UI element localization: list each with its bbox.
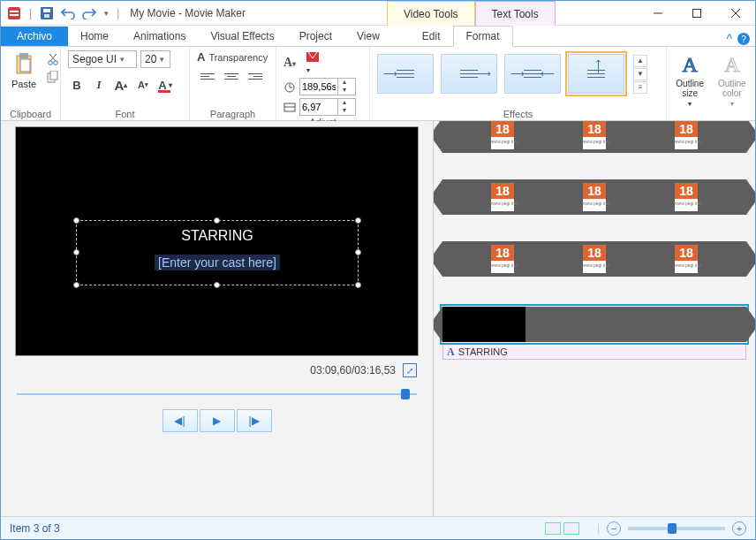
text-selection-box[interactable]: STARRING [Enter your cast here] [76, 220, 359, 285]
effect-option-4-selected[interactable]: ⟶ [568, 54, 624, 94]
context-tab-video-tools[interactable]: Video Tools [387, 1, 475, 26]
status-item-count: Item 3 of 3 [10, 522, 60, 535]
effects-scroll-up-icon[interactable]: ▲ [633, 55, 647, 67]
window-title: My Movie - Movie Maker [126, 7, 246, 19]
paste-label: Paste [11, 79, 36, 89]
start-time-icon [284, 80, 296, 93]
context-tab-text-tools[interactable]: Text Tools [475, 1, 556, 26]
tab-animations[interactable]: Animations [121, 27, 198, 46]
play-button[interactable]: ▶ [200, 409, 235, 432]
redo-icon[interactable] [79, 4, 99, 23]
tab-file[interactable]: Archivo [1, 27, 68, 46]
font-family-combo[interactable]: Segoe UI▾ [68, 50, 137, 68]
group-effects-label: Effects [377, 108, 659, 119]
svg-point-13 [49, 61, 53, 65]
svg-rect-1 [10, 11, 19, 12]
transparency-icon: A [197, 50, 205, 64]
font-size-combo[interactable]: 20▾ [140, 50, 170, 68]
transparency-label[interactable]: Transparency [208, 52, 268, 63]
cut-icon[interactable] [45, 52, 61, 66]
group-clipboard-label: Clipboard [8, 108, 53, 119]
svg-rect-12 [20, 59, 30, 72]
paste-button[interactable]: Paste [8, 50, 40, 91]
svg-rect-18 [50, 71, 57, 80]
save-icon[interactable] [37, 4, 57, 23]
rating-badge: 18www.pegi.info [675, 245, 698, 273]
help-icon[interactable]: ? [737, 33, 750, 45]
svg-rect-0 [8, 7, 20, 19]
rating-badge: 18www.pegi.info [583, 245, 606, 273]
next-frame-button[interactable]: |▶ [237, 409, 272, 432]
outline-size-button[interactable]: A Outline size▾ [672, 50, 707, 110]
view-thumbnails-small-icon[interactable] [545, 522, 561, 535]
svg-rect-19 [306, 52, 319, 62]
svg-point-14 [54, 61, 58, 65]
tab-view[interactable]: View [344, 27, 392, 46]
grow-font-icon[interactable]: A▴ [112, 77, 130, 93]
shrink-font-icon[interactable]: A▾ [134, 77, 152, 93]
effect-option-3[interactable]: ⟶⟵ [504, 54, 561, 94]
italic-button[interactable]: I [90, 77, 108, 93]
start-time-input[interactable]: ▲▼ [299, 78, 356, 95]
effect-option-2[interactable]: ⟶ [441, 54, 497, 94]
font-color-button[interactable]: A▾ [156, 77, 174, 93]
text-caption-icon: A [447, 346, 455, 359]
svg-rect-2 [10, 14, 19, 16]
effects-more-icon[interactable]: ≡ [633, 81, 647, 94]
tab-project[interactable]: Project [287, 27, 344, 46]
rating-badge: 18www.pegi.info [491, 121, 514, 149]
qat-dropdown-icon[interactable]: ▾ [101, 4, 111, 23]
svg-line-15 [50, 54, 57, 61]
fullscreen-icon[interactable]: ⤢ [403, 363, 417, 377]
svg-rect-4 [43, 9, 50, 12]
align-center-button[interactable] [221, 67, 242, 85]
background-color-icon[interactable]: ▾ [306, 50, 322, 75]
duration-input[interactable]: ▲▼ [299, 98, 356, 116]
text-effects-icon[interactable]: A▾ [284, 56, 296, 70]
maximize-button[interactable] [677, 1, 716, 26]
align-left-button[interactable] [197, 67, 218, 85]
timeline-clip-3[interactable]: 18www.pegi.info 18www.pegi.info 18www.pe… [442, 241, 746, 277]
video-preview[interactable]: STARRING [Enter your cast here] [15, 126, 419, 356]
rating-badge: 18www.pegi.info [675, 183, 698, 211]
app-icon [4, 4, 24, 23]
caption-track[interactable]: A STARRING [442, 344, 746, 360]
zoom-in-button[interactable]: + [732, 521, 746, 536]
align-right-button[interactable] [245, 67, 266, 85]
group-paragraph-label: Paragraph [197, 108, 268, 119]
prev-frame-button[interactable]: ◀| [163, 409, 198, 432]
zoom-slider[interactable] [628, 527, 725, 530]
timeline-clip-4-selected[interactable]: A STARRING [442, 307, 746, 360]
timecode-display: 03:09,60/03:16,53 [310, 364, 396, 376]
effects-scroll-down-icon[interactable]: ▼ [633, 68, 647, 80]
tab-format[interactable]: Format [453, 26, 513, 47]
undo-icon[interactable] [58, 4, 78, 23]
rating-badge: 18www.pegi.info [675, 121, 698, 149]
view-thumbnails-large-icon[interactable] [563, 522, 579, 535]
effect-option-1[interactable]: ⟶ [377, 54, 434, 94]
tab-visual-effects[interactable]: Visual Effects [198, 27, 286, 46]
timeline-clip-2[interactable]: 18www.pegi.info 18www.pegi.info 18www.pe… [442, 179, 746, 215]
minimize-button[interactable] [639, 1, 677, 26]
svg-rect-5 [44, 14, 49, 18]
rating-badge: 18www.pegi.info [583, 121, 606, 149]
outline-color-button[interactable]: A Outline color▾ [714, 50, 750, 110]
duration-icon [284, 101, 296, 113]
close-button[interactable] [716, 1, 755, 26]
ribbon-collapse-icon[interactable]: ^ [726, 32, 732, 46]
timeline-clip-1[interactable]: 18www.pegi.info 18www.pegi.info 18www.pe… [442, 121, 746, 153]
title-text[interactable]: STARRING [77, 228, 358, 244]
placeholder-text[interactable]: [Enter your cast here] [155, 255, 280, 270]
svg-rect-11 [19, 53, 28, 58]
rating-badge: 18www.pegi.info [491, 245, 514, 273]
caption-label: STARRING [458, 346, 508, 357]
tab-home[interactable]: Home [68, 27, 121, 46]
bold-button[interactable]: B [68, 77, 86, 93]
tab-edit[interactable]: Edit [410, 27, 453, 46]
group-font-label: Font [68, 108, 182, 119]
svg-rect-7 [693, 9, 701, 17]
zoom-out-button[interactable]: − [607, 521, 621, 536]
seek-slider[interactable] [17, 388, 417, 400]
svg-line-16 [49, 54, 56, 61]
copy-icon[interactable] [45, 70, 61, 84]
